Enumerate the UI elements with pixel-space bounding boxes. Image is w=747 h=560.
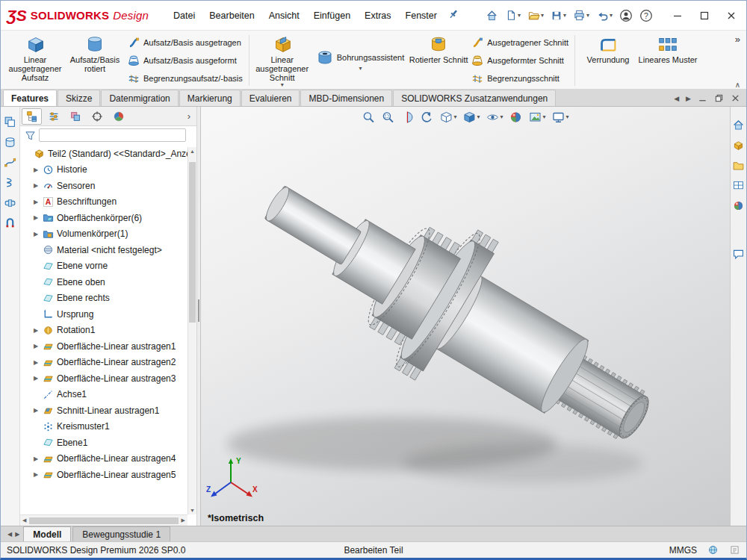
display-style-button[interactable]: ▾ — [462, 111, 480, 124]
menu-ansicht[interactable]: Ansicht — [262, 7, 306, 25]
tab-skizze[interactable]: Skizze — [58, 90, 100, 106]
tree-item-schnitt-linear-austragen1[interactable]: ▶ Schnitt-Linear austragen1 — [31, 402, 187, 419]
user-account-button[interactable] — [617, 7, 635, 25]
tree-item-achse1[interactable]: Achse1 — [31, 387, 187, 403]
displaymanager-tab[interactable] — [108, 108, 128, 125]
boundary-cut-button[interactable]: Begrenzungsschnitt — [471, 70, 568, 87]
undo-button[interactable]: ▾ — [594, 7, 615, 24]
tree-item-volumenkoerper[interactable]: ▶ Volumenkörper(1) — [31, 226, 187, 243]
pin-menu-icon[interactable] — [445, 6, 462, 25]
doc-restore-icon[interactable] — [714, 93, 724, 103]
home-button[interactable] — [483, 7, 500, 24]
expand-arrow-icon[interactable]: ▶ — [32, 167, 40, 173]
zoom-area-button[interactable] — [381, 111, 394, 124]
section-view-button[interactable] — [400, 111, 414, 124]
tree-item-ebene1[interactable]: Ebene1 — [31, 435, 187, 451]
print-button[interactable]: ▾ — [571, 7, 592, 24]
model-canvas[interactable] — [201, 107, 730, 526]
tree-item-oberflaeche-linear-austragen1[interactable]: ▶ Oberfläche-Linear austragen1 — [31, 338, 187, 355]
revolved-boss-button[interactable]: Aufsatz/Basis rotiert — [65, 32, 125, 89]
hide-show-items-button[interactable]: ▾ — [486, 111, 503, 124]
tab-bewegungsstudie[interactable]: Bewegungsstudie 1 — [72, 526, 170, 541]
dropdown-caret-icon[interactable]: ▾ — [281, 82, 284, 88]
expand-arrow-icon[interactable]: ▶ — [32, 327, 40, 334]
expand-arrow-icon[interactable]: ▶ — [32, 199, 40, 205]
tab-mbd-dimensionen[interactable]: MBD-Dimensionen — [300, 90, 392, 106]
open-button[interactable]: ▾ — [525, 7, 546, 24]
expand-arrow-icon[interactable]: ▶ — [32, 343, 40, 349]
doc-tab-scroll-left-icon[interactable]: ◀ — [7, 531, 12, 538]
graphics-viewport[interactable]: ▾ ▾ ▾ ▾ ▾ Y X Z *Isometrisch — [201, 107, 730, 526]
menu-fenster[interactable]: Fenster — [399, 7, 444, 25]
home-tab-icon[interactable] — [732, 119, 745, 131]
tree-item-kreismuster1[interactable]: Kreismuster1 — [31, 419, 187, 435]
dimxpertmanager-tab[interactable] — [87, 108, 107, 125]
comments-icon[interactable] — [732, 248, 745, 261]
scrollbar-thumb[interactable] — [29, 517, 178, 524]
zoom-fit-button[interactable] — [362, 111, 375, 124]
save-button[interactable]: ▾ — [548, 7, 568, 24]
swept-cut-button[interactable]: Ausgetragener Schnitt — [471, 34, 568, 51]
tab-scroll-left-icon[interactable]: ◀ — [674, 95, 679, 102]
propertymanager-tab[interactable] — [43, 108, 63, 125]
tree-item-ursprung[interactable]: Ursprung — [31, 306, 187, 323]
splitter-grip[interactable] — [198, 299, 199, 322]
tab-datenmigration[interactable]: Datenmigration — [101, 90, 178, 106]
fillet-button[interactable]: Verrundung — [578, 32, 638, 89]
scroll-up-icon[interactable]: ▲ — [190, 149, 195, 154]
tree-filter-input[interactable] — [39, 128, 186, 142]
tree-item-oberflaeche-linear-austragen4[interactable]: ▶ Oberfläche-Linear austragen4 — [31, 451, 187, 467]
units-selector[interactable]: MMGS — [669, 545, 697, 556]
configurationmanager-tab[interactable] — [65, 108, 85, 125]
file-explorer-icon[interactable] — [732, 159, 745, 172]
tree-item-ebene-vorne[interactable]: Ebene vorne — [31, 258, 187, 275]
featuremanager-tab[interactable] — [22, 108, 42, 125]
tree-item-sensoren[interactable]: ▶ Sensoren — [31, 178, 187, 194]
menu-bearbeiten[interactable]: Bearbeiten — [202, 7, 261, 25]
scrollbar-thumb[interactable] — [189, 162, 196, 323]
menu-extras[interactable]: Extras — [358, 7, 397, 25]
expand-arrow-icon[interactable]: ▶ — [32, 375, 40, 382]
boundary-boss-button[interactable]: Begrenzungsaufsatz/-basis — [128, 70, 243, 87]
scroll-left-icon[interactable]: ◀ — [22, 517, 26, 523]
doc-close-icon[interactable] — [731, 93, 740, 103]
tree-item-oberflaechenkoerper[interactable]: ▶ Oberflächenkörper(6) — [31, 210, 187, 226]
lofted-cut-button[interactable]: Ausgeformter Schnitt — [471, 52, 568, 69]
globe-icon[interactable] — [707, 544, 719, 556]
scroll-right-icon[interactable]: ▶ — [182, 517, 185, 523]
hole-wizard-button[interactable]: Bohrungsassistent ▾ — [312, 32, 409, 89]
tree-item-oberflaeche-linear-austragen2[interactable]: ▶ Oberfläche-Linear austragen2 — [31, 355, 187, 371]
maximize-button[interactable] — [691, 3, 718, 28]
tab-markierung[interactable]: Markierung — [179, 90, 241, 106]
help-button[interactable]: ? — [637, 7, 655, 25]
design-library-icon[interactable] — [732, 139, 745, 152]
tab-modell[interactable]: Modell — [23, 526, 71, 541]
tab-features[interactable]: Features — [3, 90, 57, 106]
shaft-icon[interactable] — [4, 196, 16, 209]
ribbon-collapse-button[interactable]: ∧ — [735, 81, 740, 89]
edit-appearance-button[interactable] — [509, 111, 523, 124]
menu-datei[interactable]: Datei — [167, 7, 202, 25]
tree-item-beschriftungen[interactable]: ▶ A Beschriftungen — [31, 194, 187, 211]
swept-boss-button[interactable]: Aufsatz/Basis ausgetragen — [128, 34, 243, 51]
sketch-icon[interactable] — [4, 156, 16, 169]
tree-item-ebene-oben[interactable]: Ebene oben — [31, 274, 187, 290]
extruded-cut-button[interactable]: Linear ausgetragener Schnitt ▾ — [252, 32, 312, 89]
expand-arrow-icon[interactable]: ▶ — [32, 214, 40, 221]
tab-evaluieren[interactable]: Evaluieren — [241, 90, 300, 106]
tree-item-ebene-rechts[interactable]: Ebene rechts — [31, 290, 187, 307]
ribbon-overflow-button[interactable]: » — [735, 34, 740, 45]
revolved-cut-button[interactable]: Rotierter Schnitt — [409, 32, 468, 89]
manager-tab-overflow-icon[interactable]: › — [183, 111, 195, 122]
previous-view-button[interactable] — [420, 111, 433, 124]
linear-pattern-button[interactable]: Lineares Muster — [638, 32, 698, 89]
tree-root-item[interactable]: Teil2 (Standard) <<Standard>_Anze — [22, 146, 187, 162]
lofted-boss-button[interactable]: Aufsatz/Basis ausgeformt — [128, 52, 243, 69]
tree-item-material[interactable]: Material <nicht festgelegt> — [31, 242, 187, 258]
tree-vertical-scrollbar[interactable]: ▲ ▼ — [187, 147, 196, 514]
scroll-down-icon[interactable]: ▼ — [190, 508, 195, 513]
expand-arrow-icon[interactable]: ▶ — [32, 359, 40, 366]
expand-arrow-icon[interactable]: ▶ — [32, 182, 40, 189]
apply-scene-button[interactable]: ▾ — [529, 111, 546, 124]
appearances-icon[interactable] — [732, 199, 745, 212]
